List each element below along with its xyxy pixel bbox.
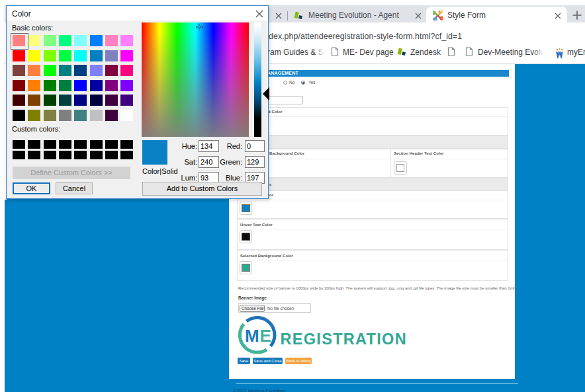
svg-text:REGISTRATION: REGISTRATION — [281, 331, 407, 348]
svg-text:E: E — [260, 326, 271, 346]
svg-text:M: M — [245, 326, 259, 346]
